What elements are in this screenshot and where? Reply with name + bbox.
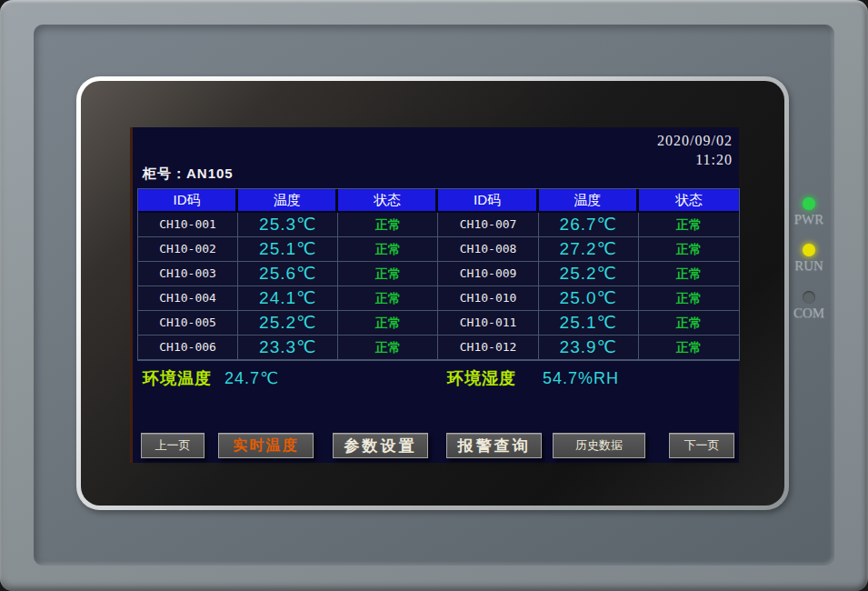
realtime-temp-button[interactable]: 实时温度: [218, 433, 314, 458]
time-text: 11:20: [657, 150, 733, 169]
datetime: 2020/09/02 11:20: [657, 131, 733, 169]
cell-temperature: 23.3℃: [238, 336, 338, 360]
power-led-icon: [803, 197, 815, 210]
param-settings-button[interactable]: 参数设置: [333, 433, 428, 458]
cell-temperature: 26.7℃: [539, 213, 639, 237]
next-page-button[interactable]: 下一页: [669, 433, 734, 458]
cell-status: 正常: [338, 286, 438, 311]
cell-temperature: 23.9℃: [539, 336, 639, 360]
cell-temperature: 25.1℃: [238, 237, 338, 262]
cell-status: 正常: [338, 213, 438, 237]
cell-status: 正常: [639, 286, 739, 311]
channel-table: ID码 温度 状态 ID码 温度 状态 CH10-001 25.3℃ 正常 CH…: [137, 188, 740, 361]
cell-temperature: 25.0℃: [539, 286, 639, 311]
com-led-block: COM: [789, 291, 829, 321]
cell-channel-id: CH10-002: [138, 237, 238, 262]
lcd-display: 2020/09/02 11:20 柜号：AN105 ID码 温度 状态 ID码 …: [130, 127, 739, 463]
cell-temperature: 25.1℃: [539, 311, 639, 336]
cell-channel-id: CH10-004: [138, 286, 238, 311]
cell-channel-id: CH10-011: [438, 311, 538, 336]
cell-channel-id: CH10-005: [138, 311, 238, 336]
cell-channel-id: CH10-008: [438, 237, 538, 262]
hmi-panel: 2020/09/02 11:20 柜号：AN105 ID码 温度 状态 ID码 …: [0, 0, 868, 591]
ambient-humidity-label: 环境湿度: [447, 366, 516, 391]
cell-status: 正常: [338, 262, 438, 286]
ambient-readouts: 环境温度 24.7℃ 环境湿度 54.7%RH: [133, 366, 742, 391]
alarm-query-button[interactable]: 报警查询: [446, 433, 542, 458]
run-led-label: RUN: [789, 258, 829, 274]
cell-status: 正常: [338, 336, 438, 360]
cell-status: 正常: [639, 336, 739, 360]
cell-channel-id: CH10-007: [438, 213, 538, 237]
cell-temperature: 25.3℃: [238, 213, 338, 237]
device-frame: 2020/09/02 11:20 柜号：AN105 ID码 温度 状态 ID码 …: [0, 0, 868, 591]
power-led-label: PWR: [789, 212, 829, 227]
ambient-humidity-value: 54.7%RH: [543, 366, 619, 391]
cell-temperature: 25.2℃: [238, 311, 338, 336]
prev-page-button[interactable]: 上一页: [141, 433, 205, 458]
cell-status: 正常: [338, 311, 438, 336]
cell-status: 正常: [639, 237, 739, 262]
cell-temperature: 25.6℃: [238, 262, 338, 286]
col-header-id: ID码: [438, 189, 538, 213]
cell-channel-id: CH10-012: [438, 336, 538, 360]
ambient-temp-label: 环境温度: [143, 366, 212, 391]
col-header-temp: 温度: [539, 189, 639, 213]
cell-channel-id: CH10-010: [438, 286, 538, 311]
pwr-led-block: PWR: [789, 197, 829, 227]
cell-channel-id: CH10-003: [138, 262, 238, 286]
cell-temperature: 25.2℃: [539, 262, 639, 286]
history-data-button[interactable]: 历史数据: [553, 433, 645, 458]
col-header-status: 状态: [338, 189, 438, 213]
col-header-status: 状态: [639, 189, 739, 213]
run-led-block: RUN: [789, 244, 829, 274]
cell-status: 正常: [639, 262, 739, 286]
cabinet-label: 柜号：AN105: [143, 165, 234, 183]
cell-channel-id: CH10-001: [138, 213, 238, 237]
cell-temperature: 24.1℃: [238, 286, 338, 311]
run-led-icon: [803, 244, 815, 256]
cell-status: 正常: [639, 213, 739, 237]
cell-channel-id: CH10-009: [438, 262, 538, 286]
date-text: 2020/09/02: [657, 131, 733, 150]
col-header-id: ID码: [138, 189, 238, 213]
cell-status: 正常: [639, 311, 739, 336]
com-led-icon: [803, 291, 815, 304]
cell-status: 正常: [338, 237, 438, 262]
cell-temperature: 27.2℃: [539, 237, 639, 262]
col-header-temp: 温度: [238, 189, 338, 213]
ambient-temp-value: 24.7℃: [224, 366, 279, 391]
com-led-label: COM: [789, 306, 829, 321]
cell-channel-id: CH10-006: [138, 336, 238, 360]
